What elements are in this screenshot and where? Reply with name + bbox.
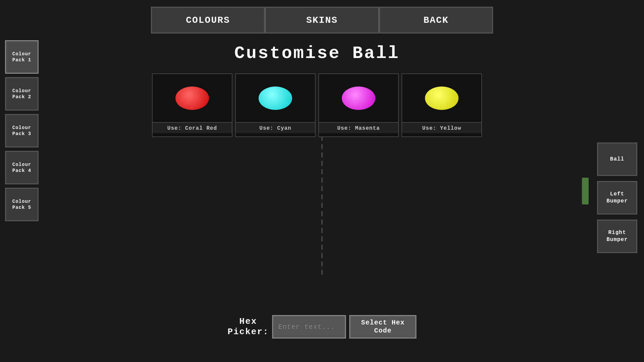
color-card-yellow[interactable]: Use: Yellow [401,73,482,137]
hex-picker-label: Hex Picker: [227,316,269,337]
top-nav: Colours Skins Back [0,0,644,34]
skins-nav-button[interactable]: Skins [265,7,379,34]
hex-picker-area: Hex Picker: Select Hex Code [227,315,416,339]
left-sidebar: Colour Pack 1 Colour Pack 2 Colour Pack … [0,37,44,359]
right-sidebar: Ball Left Bumper Right Bumper [590,37,644,359]
ball-button[interactable]: Ball [597,142,637,176]
main-layout: Colour Pack 1 Colour Pack 2 Colour Pack … [0,37,644,359]
colours-nav-button[interactable]: Colours [151,7,265,34]
color-card-cyan[interactable]: Use: Cyan [235,73,316,137]
hex-input[interactable] [272,315,346,339]
bumper-indicator [582,178,589,204]
card-label-magenta: Use: Masenta [319,122,398,133]
ball-oval-cyan [259,86,292,110]
ball-display-yellow [402,74,481,122]
ball-oval-red [175,86,209,110]
ball-oval-magenta [342,86,375,110]
right-bumper-button[interactable]: Right Bumper [597,220,637,253]
back-nav-button[interactable]: Back [379,7,493,34]
colour-pack-1-button[interactable]: Colour Pack 1 [5,40,39,74]
card-label-cyan: Use: Cyan [236,122,315,133]
page-title: Customise Ball [234,44,400,63]
left-bumper-button[interactable]: Left Bumper [597,181,637,215]
colour-pack-4-button[interactable]: Colour Pack 4 [5,151,39,184]
color-card-magenta[interactable]: Use: Masenta [318,73,399,137]
color-cards-row: Use: Coral Red Use: Cyan Use: Masenta Us… [152,73,482,137]
center-content: Customise Ball Use: Coral Red Use: Cyan [44,37,590,359]
card-label-coral-red: Use: Coral Red [153,122,232,133]
colour-pack-5-button[interactable]: Colour Pack 5 [5,188,39,221]
color-card-coral-red[interactable]: Use: Coral Red [152,73,232,137]
select-hex-code-button[interactable]: Select Hex Code [350,315,417,339]
ball-display-coral-red [153,74,232,122]
ball-oval-yellow [425,86,459,110]
card-label-yellow: Use: Yellow [402,122,481,133]
ball-display-cyan [236,74,315,122]
colour-pack-3-button[interactable]: Colour Pack 3 [5,114,39,147]
colour-pack-2-button[interactable]: Colour Pack 2 [5,77,39,111]
ball-display-magenta [319,74,398,122]
